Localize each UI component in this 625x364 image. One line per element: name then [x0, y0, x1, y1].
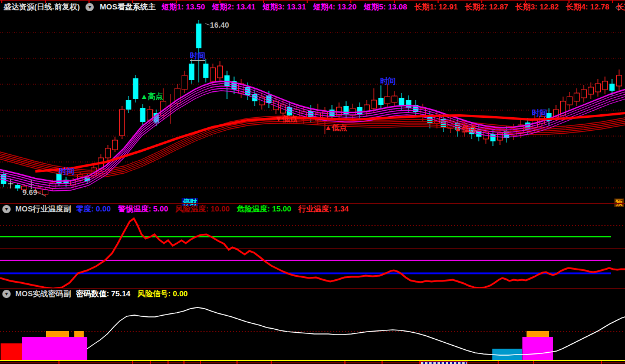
chart-annotation: ▼低点: [275, 115, 298, 123]
indicator-system-label: MOS看盘系统主: [100, 2, 156, 12]
value-field: 短期1: 13.50: [162, 2, 205, 12]
chart-annotation: ▲低点: [454, 125, 477, 133]
value-field: 风险信号: 0.00: [137, 289, 188, 299]
value-field: 短期4: 13.20: [313, 2, 357, 12]
value-field: 长期4: 12.78: [566, 2, 610, 12]
value-field: 短期2: 13.41: [212, 2, 256, 12]
value-field: 短期5: 13.08: [364, 2, 407, 12]
main-candlestick-chart[interactable]: [0, 13, 625, 203]
value-field: 密码数值: 75.14: [76, 289, 130, 299]
price-high-label: 16.40: [210, 21, 229, 29]
chevron-down-icon[interactable]: ▾: [85, 3, 94, 11]
chart-annotation: 时间: [59, 167, 74, 175]
panel3-title: MOS实战密码副: [15, 289, 71, 299]
value-field: 长期3: 12.82: [515, 2, 559, 12]
value-field: 短期3: 13.31: [262, 2, 306, 12]
diamond-icon[interactable]: ◇: [616, 2, 621, 11]
industry-temperature-chart[interactable]: [0, 204, 625, 288]
panel3-value-fields: 密码数值: 75.14风险信号: 0.00: [76, 289, 188, 299]
chart-annotation: 时间: [532, 109, 547, 117]
value-field: 长期1: 12.91: [414, 2, 458, 12]
header-bar: 盛达资源(日线.前复权) ▾ MOS看盘系统主 短期1: 13.50短期2: 1…: [0, 1, 625, 13]
value-field: 长期2: 12.87: [465, 2, 508, 12]
price-low-label: 9.69: [22, 188, 37, 196]
chart-annotation: ▲低点: [324, 124, 347, 131]
chart-annotation: ▲高点: [140, 92, 163, 100]
stock-title: 盛达资源(日线.前复权): [4, 2, 80, 12]
chart-annotation: 时间: [190, 52, 205, 61]
ma-value-fields: 短期1: 13.50短期2: 13.41短期3: 13.31短期4: 13.20…: [162, 2, 625, 12]
password-indicator-chart[interactable]: [0, 299, 625, 364]
chart-annotation: 时间: [380, 77, 396, 85]
chevron-down-icon[interactable]: ▾: [2, 290, 11, 298]
clipped-date-label: [420, 361, 468, 364]
panel3-header: ▾ MOS实战密码副 密码数值: 75.14风险信号: 0.00: [0, 289, 625, 299]
